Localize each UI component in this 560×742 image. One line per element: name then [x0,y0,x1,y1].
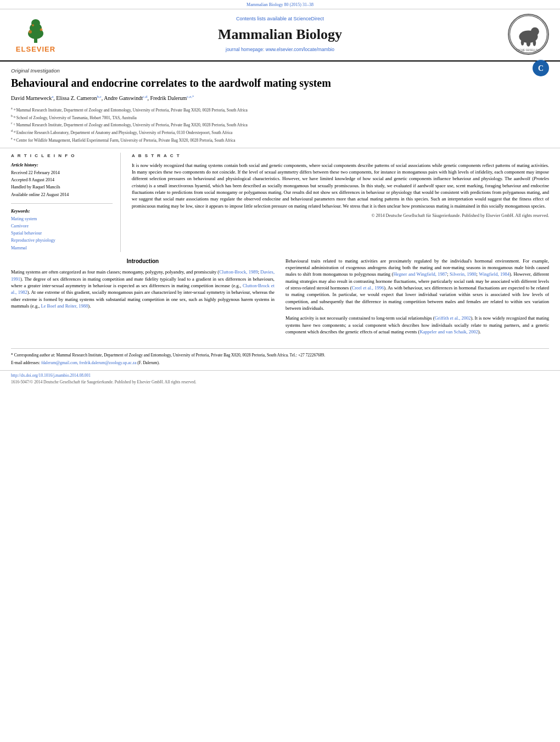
contents-list-text: Contents lists available at ScienceDirec… [60,15,500,23]
handled-by: Handled by Raquel Mancils [11,184,113,190]
keyword-1[interactable]: Mating system [11,216,113,222]
keyword-3[interactable]: Spatial behaviour [11,230,113,236]
keyword-4[interactable]: Reproductive physiology [11,237,113,243]
available-online: Available online 22 August 2014 [11,192,113,198]
svg-text:DEUTSCHE GESELLSCHAFT: DEUTSCHE GESELLSCHAFT [511,49,546,52]
svg-point-10 [527,40,531,47]
seasons-word: seasons [466,265,480,270]
homepage-link[interactable]: www.elsevier.com/locate/mambio [266,47,334,52]
bottom-copyright: 1616-5047/© 2014 Deutsche Gesellschaft f… [11,380,549,386]
ref-kappeler-2002[interactable]: Kappeler and van Schaik, 2002 [419,329,478,334]
svg-point-5 [40,29,43,31]
keyword-2[interactable]: Carnivore [11,223,113,229]
svg-point-6 [32,24,34,26]
ref-hegner-1987[interactable]: Hegner and Wingfield, 1987 [393,271,447,277]
volume-text: Mammalian Biology 80 (2015) 31–38 [247,2,313,7]
ref-creel-1996[interactable]: Creel et al., 1996 [351,285,384,291]
article-info-abstract: A R T I C L E I N F O Article history: R… [0,148,560,252]
corresponding-author-note: * Corresponding author at: Mammal Resear… [11,352,549,358]
intro-paragraph-1: Mating systems are often categorized as … [11,269,275,309]
svg-point-12 [533,40,536,46]
affiliation-b: b ᵇ School of Zoology, University of Tas… [11,114,549,121]
journal-header: ELSEVIER Contents lists available at Sci… [0,9,560,59]
bottom-bar: http://dx.doi.org/10.1016/j.mambio.2014.… [0,370,560,388]
affiliations-block: a ᵃ Mammal Research Institute, Departmen… [11,106,549,143]
keywords-label: Keywords: [11,208,113,214]
received-date: Received 22 February 2014 [11,170,113,176]
body-section: Introduction Mating systems are often ca… [0,252,560,344]
accepted-date: Accepted 8 August 2014 [11,177,113,183]
keywords-list: Mating system Carnivore Spatial behaviou… [11,216,113,251]
doi-link[interactable]: http://dx.doi.org/10.1016/j.mambio.2014.… [11,373,549,379]
affiliation-d: d ᵈ Endocrine Research Laboratory, Depar… [11,129,549,136]
dgs-logo: DEUTSCHE GESELLSCHAFT [500,14,549,55]
abstract-column: A B S T R A C T It is now widely recogni… [132,153,549,252]
keyword-5[interactable]: Mammal [11,245,113,251]
body-left-column: Introduction Mating systems are often ca… [11,258,275,338]
journal-volume-bar: Mammalian Biology 80 (2015) 31–38 [0,0,560,9]
article-type: Original Investigation [11,67,549,74]
article-title: Behavioural and endocrine correlates to … [11,76,527,90]
abstract-text: It is now widely recognized that mating … [132,162,549,209]
svg-point-4 [29,30,32,34]
ref-clutton-brock-1989[interactable]: Clutton-Brock, 1989 [219,269,257,275]
ref-griffith-2002[interactable]: Griffith et al., 2002 [435,315,471,321]
article-history: Article history: Received 22 February 20… [11,162,113,198]
email-footnote: E-mail addresses: fdalerum@gmail.com, fr… [11,360,549,366]
svg-point-11 [521,40,524,46]
journal-homepage: journal homepage: www.elsevier.com/locat… [60,47,500,53]
affiliation-e: e ᵉ Centre for Wildlife Management, Hatf… [11,136,549,143]
ref-clutton-brock-1982[interactable]: Clutton-Brock et al., 1982 [11,283,275,295]
affiliation-c: c ᶜ Mammal Research Institute, Departmen… [11,121,549,128]
introduction-heading: Introduction [11,258,275,266]
svg-point-9 [531,27,539,36]
footnotes-section: * Corresponding author at: Mammal Resear… [11,348,549,366]
keywords-block: Keywords: Mating system Carnivore Spatia… [11,208,113,251]
intro-paragraph-right-1: Behavioural traits related to mating act… [285,258,549,312]
two-col-body: Introduction Mating systems are often ca… [11,258,549,338]
sciencedirect-link[interactable]: ScienceDirect [294,16,324,21]
abstract-copyright: © 2014 Deutsche Gesellschaft für Säugeri… [132,213,549,219]
journal-title-block: Contents lists available at ScienceDirec… [60,15,500,53]
intro-paragraph-right-2: Mating activity is not necessarily const… [285,315,549,335]
article-section: Original Investigation Behavioural and e… [0,60,560,143]
ref-wingfield-1984[interactable]: Wingfield, 1984 [479,271,509,277]
elsevier-wordmark: ELSEVIER [16,44,55,54]
authors-line: David Marnewecka, Elissa Z. Cameronb,c, … [11,94,549,102]
email-link[interactable]: fdalerum@gmail.com, fredrik.dalerum@zool… [41,360,136,365]
abstract-heading: A B S T R A C T [132,153,549,159]
crossmark-icon: C [533,60,549,76]
journal-title: Mammalian Biology [60,25,500,44]
elsevier-logo: ELSEVIER [11,14,60,54]
species-name: Proteles cristata [132,176,549,188]
crossmark-badge[interactable]: C [533,60,549,76]
ref-le-boef-1988[interactable]: Le Boef and Reiter, 1988 [41,303,88,309]
history-label: Article history: [11,162,113,168]
body-right-column: Behavioural traits related to mating act… [285,258,549,338]
ref-silverin-1980[interactable]: Silverin, 1980 [450,271,477,277]
article-info-column: A R T I C L E I N F O Article history: R… [11,153,121,252]
article-info-heading: A R T I C L E I N F O [11,153,113,159]
dgs-circle-logo: DEUTSCHE GESELLSCHAFT [508,14,549,55]
divider [11,203,113,204]
elsevier-tree-icon [19,14,52,44]
affiliation-a: a ᵃ Mammal Research Institute, Departmen… [11,106,549,113]
